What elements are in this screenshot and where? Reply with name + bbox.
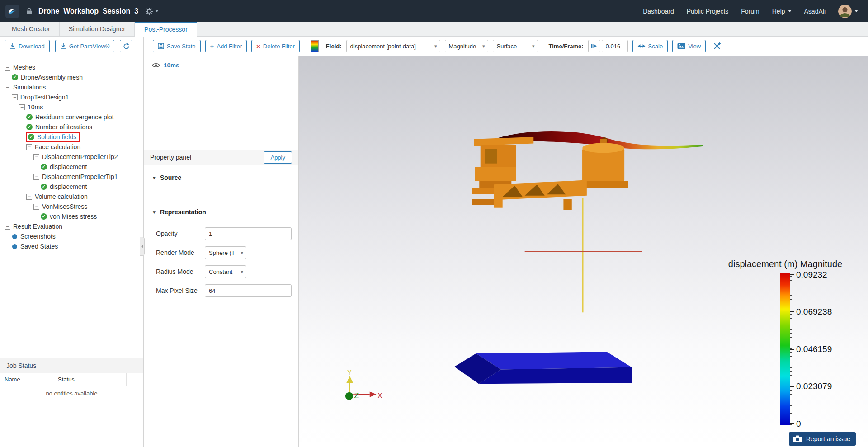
triangle-down-icon: ▼ xyxy=(152,210,156,215)
radius-mode-label: Radius Mode xyxy=(156,268,198,275)
max-pixel-input[interactable] xyxy=(205,284,292,297)
tree-item-saved-states[interactable]: Saved States xyxy=(12,241,58,251)
tree-item-label: Face calculation xyxy=(35,143,80,151)
render-mode-label: Render Mode xyxy=(156,249,198,256)
tree-item-result-evaluation[interactable]: −Result Evaluation xyxy=(5,221,62,231)
collapse-icon[interactable]: − xyxy=(26,144,32,150)
tree-item-meshes[interactable]: −Meshes xyxy=(5,62,35,72)
step-frame-button[interactable] xyxy=(588,40,600,52)
tree-item-displacementpropellertip2[interactable]: −DisplacementPropellerTip2 xyxy=(33,152,118,162)
tree-item-volume-calculation[interactable]: −Volume calculation xyxy=(26,192,88,202)
legend-tick-label: 0.046159 xyxy=(796,344,832,354)
collapse-icon[interactable]: − xyxy=(5,224,10,230)
radius-mode-select[interactable]: Constant xyxy=(205,265,246,278)
job-status-panel: Job Status Name Status no entities avail… xyxy=(0,358,143,447)
tab-post-processor[interactable]: Post-Processor xyxy=(135,22,197,37)
tree-item-screenshots[interactable]: Screenshots xyxy=(12,231,56,241)
pipeline-item-10ms[interactable]: 10ms xyxy=(152,62,298,69)
report-issue-label: Report an issue xyxy=(806,435,850,442)
view-image-icon xyxy=(677,43,685,49)
sidebar-toolbar: Download Get ParaView® xyxy=(0,37,143,56)
tree-item-displacementpropellertip1[interactable]: −DisplacementPropellerTip1 xyxy=(33,172,118,182)
nav-forum[interactable]: Forum xyxy=(741,8,759,15)
tab-simulation-designer[interactable]: Simulation Designer xyxy=(60,22,135,36)
user-menu[interactable] xyxy=(838,5,858,18)
tree-item-label: Volume calculation xyxy=(35,193,88,200)
download-button[interactable]: Download xyxy=(5,40,50,52)
get-paraview-button[interactable]: Get ParaView® xyxy=(55,40,115,52)
render-mode-select[interactable]: Sphere (T xyxy=(205,246,246,259)
time-frame-group xyxy=(588,40,628,52)
legend-color-bar[interactable] xyxy=(780,273,790,425)
sidebar-collapse-handle[interactable] xyxy=(140,237,145,256)
apply-button[interactable]: Apply xyxy=(264,151,292,164)
main-area: Download Get ParaView® −Meshes✓Dron xyxy=(0,37,868,447)
simscale-logo[interactable] xyxy=(5,5,19,18)
field-label: Field: xyxy=(326,43,342,50)
tree-item-simulations[interactable]: −Simulations xyxy=(5,82,46,92)
axis-y-label: Y xyxy=(347,369,352,376)
tab-mesh-creator[interactable]: Mesh Creator xyxy=(3,22,60,36)
component-select[interactable]: Magnitude xyxy=(445,40,488,52)
time-frame-input[interactable] xyxy=(602,40,628,52)
refresh-icon xyxy=(123,43,130,50)
tree-item-10ms[interactable]: −10ms xyxy=(19,102,43,112)
item-dot-icon xyxy=(12,244,17,249)
download-label: Download xyxy=(19,43,45,50)
delete-filter-button[interactable]: × Delete Filter xyxy=(251,40,300,52)
tree-item-label: von Mises stress xyxy=(50,213,97,220)
collapse-icon[interactable]: − xyxy=(33,154,39,160)
tree-item-solution-fields[interactable]: ✓Solution fields xyxy=(26,132,80,142)
tree-item-von-mises-stress[interactable]: ✓von Mises stress xyxy=(41,212,97,221)
collapse-icon[interactable]: − xyxy=(12,94,18,100)
nav-username[interactable]: AsadAli xyxy=(804,8,826,15)
visibility-eye-icon[interactable] xyxy=(152,62,160,68)
add-filter-button[interactable]: + Add Filter xyxy=(205,40,247,52)
nav-help[interactable]: Help xyxy=(772,8,792,15)
collapse-icon[interactable]: − xyxy=(5,85,10,90)
section-source[interactable]: ▼ Source xyxy=(152,174,298,181)
viewport[interactable]: X Y Z displacement (m) Magnitude xyxy=(299,56,868,447)
filter-toolbar: Save State + Add Filter × Delete Filter … xyxy=(144,37,868,56)
scale-button[interactable]: Scale xyxy=(632,40,668,52)
tree-item-label: Solution fields xyxy=(37,133,76,141)
legend-title: displacement (m) Magnitude xyxy=(719,259,851,269)
tree-item-vonmisesstress[interactable]: −VonMisesStress xyxy=(33,202,87,212)
collapse-icon[interactable]: − xyxy=(33,204,39,210)
representation-select[interactable]: Surface xyxy=(493,40,538,52)
refresh-button[interactable] xyxy=(120,40,132,52)
tree-item-number-of-iterations[interactable]: ✓Number of iterations xyxy=(26,122,92,132)
check-icon: ✓ xyxy=(26,124,33,130)
tree-item-displacement[interactable]: ✓displacement xyxy=(41,162,87,172)
color-legend[interactable]: displacement (m) Magnitude 0.092320.0692… xyxy=(719,259,851,425)
view-button[interactable]: View xyxy=(672,40,706,52)
tree-item-droneassembly-mesh[interactable]: ✓DroneAssembly mesh xyxy=(12,72,83,82)
nav-public-projects[interactable]: Public Projects xyxy=(687,8,729,15)
tree-item-face-calculation[interactable]: −Face calculation xyxy=(26,142,80,152)
collapse-icon[interactable]: − xyxy=(5,65,10,71)
legend-tick-mark xyxy=(790,423,794,424)
section-representation[interactable]: ▼ Representation xyxy=(152,208,298,216)
save-state-button[interactable]: Save State xyxy=(153,40,201,52)
tree-item-displacement[interactable]: ✓displacement xyxy=(41,182,87,192)
collapse-icon[interactable]: − xyxy=(26,194,32,200)
report-issue-button[interactable]: Report an issue xyxy=(789,432,856,446)
download-icon xyxy=(60,43,66,49)
avatar xyxy=(838,5,852,18)
colormap-icon[interactable] xyxy=(311,40,319,52)
opacity-input[interactable] xyxy=(205,227,292,240)
project-tree: −Meshes✓DroneAssembly mesh−Simulations−D… xyxy=(0,56,143,358)
collapse-icon[interactable]: − xyxy=(19,104,25,110)
tree-item-label: displacement xyxy=(50,183,87,190)
tree-item-droptestdesign1[interactable]: −DropTestDesign1 xyxy=(12,92,69,102)
nav-help-label: Help xyxy=(772,8,785,15)
camera-interaction-button[interactable] xyxy=(710,39,724,53)
crossed-tools-icon xyxy=(713,42,721,50)
tree-item-label: VonMisesStress xyxy=(42,203,87,210)
project-settings-button[interactable] xyxy=(146,8,159,15)
tree-item-residuum-convergence-plot[interactable]: ✓Residuum convergence plot xyxy=(26,112,114,122)
field-select[interactable]: displacement [point-data] xyxy=(346,40,440,52)
collapse-icon[interactable]: − xyxy=(33,174,39,180)
nav-dashboard[interactable]: Dashboard xyxy=(643,8,674,15)
chevron-down-icon xyxy=(788,10,792,12)
